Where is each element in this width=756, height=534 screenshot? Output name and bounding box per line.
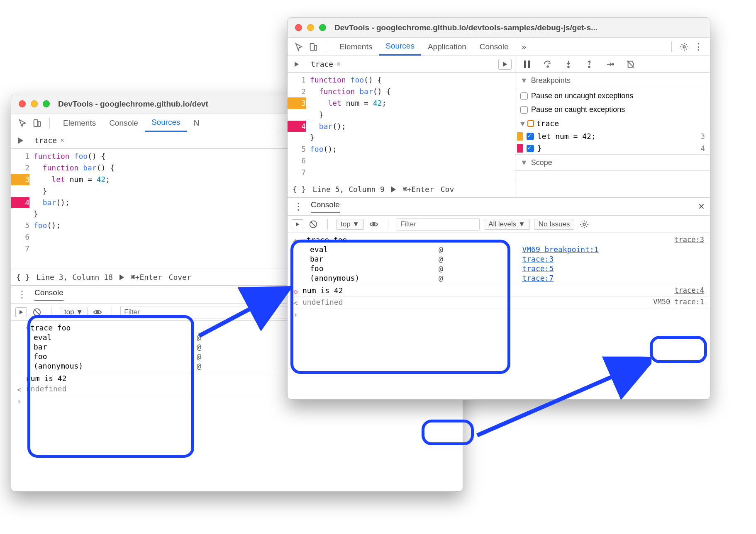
stack-link-foo[interactable]: trace:5	[522, 264, 674, 273]
breakpoint-line-3[interactable]: 3	[11, 174, 29, 185]
pause-caught-checkbox[interactable]	[520, 106, 528, 114]
deactivate-breakpoints-icon[interactable]	[625, 58, 637, 70]
menu-icon[interactable]: ⋮	[293, 201, 304, 212]
top-context-dropdown[interactable]: top ▼	[336, 219, 364, 230]
stack-link-eval[interactable]: VM69 breakpoint:1	[522, 245, 674, 254]
file-tab-trace[interactable]: trace ×	[307, 60, 345, 68]
run-hint: ⌘+Enter	[402, 185, 434, 194]
pretty-print-icon[interactable]: { }	[16, 273, 30, 282]
svg-point-6	[683, 46, 685, 48]
device-toolbar-icon[interactable]	[31, 117, 43, 129]
clear-console-icon[interactable]	[31, 306, 43, 318]
close-icon[interactable]: ×	[60, 137, 64, 144]
run-icon[interactable]	[391, 187, 396, 192]
svg-rect-1	[38, 121, 41, 126]
devtools-window-2: DevTools - googlechrome.github.io/devtoo…	[287, 17, 710, 400]
file-tab-trace[interactable]: trace ×	[30, 136, 68, 145]
line-gutter[interactable]: 12 3 4 567	[288, 73, 310, 180]
tab-elements[interactable]: Elements	[333, 38, 379, 56]
separator	[49, 118, 50, 129]
navigator-toggle-icon[interactable]	[291, 58, 302, 70]
scope-panel-header[interactable]: ▼Scope	[515, 154, 710, 171]
breakpoint-line-4[interactable]: 4	[288, 121, 306, 132]
pretty-print-icon[interactable]: { }	[293, 185, 306, 194]
zoom-window-button[interactable]	[319, 24, 326, 31]
source-link-vm50[interactable]: VM50 trace:1	[653, 298, 704, 306]
cursor-position: Line 3, Column 18	[37, 273, 113, 282]
log-levels-dropdown[interactable]: All levels ▼	[484, 219, 530, 230]
code-editor[interactable]: 12 3 4 567 function foo() { function bar…	[288, 73, 515, 180]
source-link-trace3[interactable]: trace:3	[674, 235, 704, 244]
live-expression-icon[interactable]	[368, 218, 380, 230]
minimize-window-button[interactable]	[31, 100, 38, 107]
issues-button[interactable]: No Issues	[534, 219, 575, 230]
close-icon[interactable]: ×	[337, 61, 340, 68]
execution-context-icon[interactable]	[15, 307, 27, 317]
tab-console-drawer[interactable]: Console	[311, 200, 340, 213]
console-prompt-icon[interactable]: ›	[293, 310, 302, 319]
tab-console[interactable]: Console	[102, 114, 145, 132]
cursor-position: Line 5, Column 9	[313, 185, 385, 194]
tab-sources[interactable]: Sources	[379, 38, 421, 56]
step-into-icon[interactable]	[563, 58, 574, 70]
tab-application[interactable]: Application	[421, 38, 473, 56]
disclosure-triangle-icon[interactable]: ▼	[302, 238, 306, 244]
run-icon[interactable]	[119, 274, 124, 280]
file-tabbar: trace ×	[288, 56, 515, 73]
tab-more[interactable]: »	[515, 38, 533, 56]
panel-tabs: Elements Console Sources N	[56, 114, 206, 132]
tab-sources[interactable]: Sources	[145, 114, 187, 132]
navigator-toggle-icon[interactable]	[15, 135, 26, 146]
bp2-checkbox[interactable]	[527, 145, 534, 152]
breakpoints-panel-header[interactable]: ▼Breakpoints	[515, 73, 710, 89]
pause-uncaught-checkbox[interactable]	[520, 92, 528, 100]
gear-icon[interactable]	[678, 41, 690, 53]
step-over-icon[interactable]	[542, 58, 554, 70]
svg-rect-0	[34, 119, 38, 126]
run-snippet-icon[interactable]	[498, 59, 512, 70]
breakpoint-line-4[interactable]: 4	[11, 197, 29, 209]
console-output: ◈ ▼trace foo eval@VM69 breakpoint:1 bar@…	[288, 233, 710, 321]
stack-link-anon[interactable]: trace:7	[522, 274, 674, 282]
svg-point-3	[96, 311, 99, 313]
live-expression-icon[interactable]	[92, 306, 103, 318]
disclosure-triangle-icon[interactable]: ▼	[26, 325, 29, 332]
tab-more[interactable]: N	[187, 114, 206, 132]
menu-icon[interactable]: ⋮	[693, 41, 704, 53]
main-toolbar: Elements Sources Application Console » ⋮	[288, 38, 710, 56]
source-link-trace4[interactable]: trace:4	[674, 286, 704, 294]
bp1-checkbox[interactable]	[527, 133, 534, 140]
inspect-element-icon[interactable]	[17, 117, 29, 129]
panel-tabs: Elements Sources Application Console »	[333, 38, 533, 56]
close-drawer-icon[interactable]: ✕	[698, 201, 705, 211]
console-filter-input[interactable]	[397, 218, 480, 231]
minimize-window-button[interactable]	[307, 24, 314, 31]
top-context-dropdown[interactable]: top ▼	[60, 307, 88, 318]
file-tab-name: trace	[34, 136, 57, 145]
menu-icon[interactable]: ⋮	[16, 289, 28, 300]
inspect-element-icon[interactable]	[293, 41, 305, 53]
tab-elements[interactable]: Elements	[56, 114, 102, 132]
coverage-label: Cover	[169, 273, 191, 282]
stack-link-bar[interactable]: trace:3	[522, 255, 674, 263]
step-out-icon[interactable]	[583, 58, 595, 70]
line-gutter[interactable]: 1 2 3 4 5 6 7	[11, 149, 34, 256]
svg-point-13	[583, 223, 586, 226]
close-window-button[interactable]	[19, 100, 26, 107]
gear-icon[interactable]	[578, 218, 590, 230]
traffic-lights	[295, 24, 326, 31]
step-icon[interactable]	[604, 58, 616, 70]
device-toolbar-icon[interactable]	[307, 41, 319, 53]
file-tab-name: trace	[311, 60, 333, 68]
execution-context-icon[interactable]	[292, 219, 303, 229]
console-toolbar: top ▼ All levels ▼ No Issues	[288, 216, 710, 233]
close-window-button[interactable]	[295, 24, 302, 31]
console-prompt-icon[interactable]: ›	[17, 397, 26, 405]
pause-icon[interactable]	[521, 58, 533, 70]
clear-console-icon[interactable]	[307, 218, 319, 230]
breakpoint-line-3[interactable]: 3	[288, 97, 306, 109]
zoom-window-button[interactable]	[43, 100, 50, 107]
logpoint-icon: ◇	[293, 287, 302, 296]
tab-console-drawer[interactable]: Console	[34, 288, 63, 301]
tab-console[interactable]: Console	[473, 38, 515, 56]
